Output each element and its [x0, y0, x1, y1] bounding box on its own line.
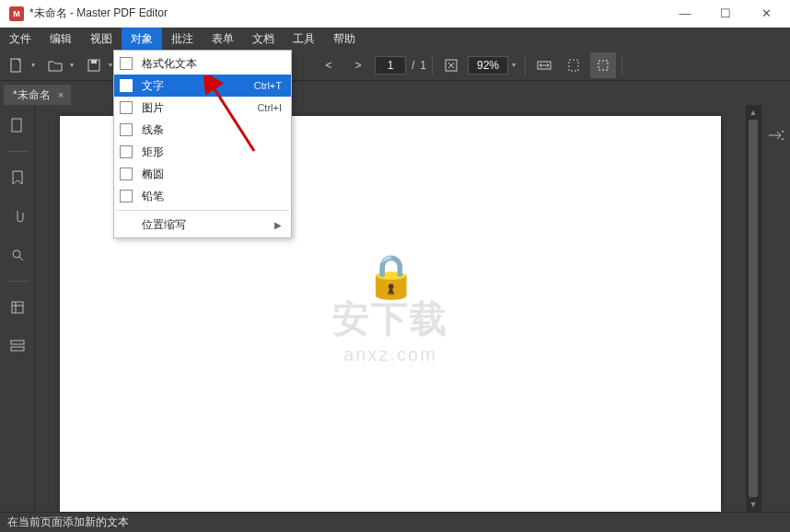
menu-item-label: 图片	[142, 100, 257, 116]
watermark-text-large: 安下载	[332, 294, 448, 344]
submenu-arrow-icon: ▶	[274, 220, 282, 230]
checkbox-icon	[120, 190, 133, 202]
properties-panel-button[interactable]	[764, 123, 788, 147]
menu-item-label: 线条	[142, 122, 282, 138]
window-maximize-button[interactable]: ☐	[705, 0, 746, 28]
watermark-text-small: anxz.com	[332, 344, 448, 365]
menu-file[interactable]: 文件	[0, 28, 41, 50]
checkbox-icon	[120, 123, 133, 136]
document-tab[interactable]: *未命名 ×	[4, 85, 71, 105]
svg-rect-10	[11, 341, 24, 344]
left-sidebar	[0, 105, 35, 512]
new-file-dropdown[interactable]: ▾	[31, 61, 39, 69]
menu-item-label: 矩形	[142, 145, 282, 160]
fit-page-button[interactable]	[561, 52, 587, 78]
right-sidebar	[761, 105, 790, 512]
checkbox-icon	[120, 79, 133, 92]
save-button[interactable]	[81, 52, 107, 78]
svg-point-8	[13, 250, 20, 258]
menu-item-text[interactable]: 文字 Ctrl+T	[114, 75, 291, 97]
menu-item-label: 铅笔	[142, 189, 282, 204]
zoom-fit-button[interactable]	[438, 52, 464, 78]
page-separator: /	[412, 59, 414, 72]
next-page-button[interactable]: >	[345, 52, 371, 78]
menu-item-label: 文字	[142, 78, 254, 94]
menu-item-rectangle[interactable]: 矩形	[114, 141, 291, 163]
menu-item-position-submenu[interactable]: 位置缩写 ▶	[114, 214, 291, 236]
menu-item-label: 格式化文本	[142, 56, 282, 72]
menu-document[interactable]: 文档	[243, 28, 284, 50]
thumbnails-panel-button[interactable]	[5, 112, 30, 138]
open-file-dropdown[interactable]: ▾	[70, 61, 77, 69]
menu-item-shortcut: Ctrl+I	[257, 102, 282, 113]
page-current-input[interactable]	[375, 56, 406, 75]
scroll-thumb[interactable]	[749, 120, 758, 497]
menu-item-shortcut: Ctrl+T	[254, 80, 282, 91]
status-text: 在当前页面添加新的文本	[7, 515, 129, 530]
menu-help[interactable]: 帮助	[324, 28, 365, 50]
open-file-button[interactable]	[42, 52, 68, 78]
scroll-down-arrow[interactable]: ▼	[746, 497, 761, 512]
actual-size-button[interactable]	[590, 52, 616, 78]
svg-rect-6	[598, 61, 608, 70]
menu-tools[interactable]: 工具	[284, 28, 324, 50]
svg-rect-9	[12, 302, 23, 313]
lock-icon: 🔒	[332, 251, 448, 301]
svg-rect-5	[569, 60, 578, 71]
statusbar: 在当前页面添加新的文本	[0, 512, 790, 532]
bookmarks-panel-button[interactable]	[5, 165, 30, 191]
menu-forms[interactable]: 表单	[203, 28, 243, 50]
new-file-button[interactable]	[4, 52, 29, 78]
svg-rect-2	[91, 60, 97, 64]
checkbox-icon	[120, 57, 133, 70]
page-indicator: / 1	[375, 56, 426, 75]
menu-item-formatted-text[interactable]: 格式化文本	[114, 52, 291, 75]
svg-point-12	[782, 131, 784, 133]
menu-item-ellipse[interactable]: 椭圆	[114, 163, 291, 185]
prev-page-button[interactable]: <	[316, 52, 342, 78]
app-icon: M	[9, 6, 24, 21]
fit-width-button[interactable]	[531, 52, 557, 78]
menu-annotate[interactable]: 批注	[162, 28, 203, 50]
menu-item-label: 位置缩写	[142, 217, 274, 233]
zoom-input[interactable]	[468, 56, 508, 75]
menu-object[interactable]: 对象	[122, 28, 162, 50]
checkbox-icon	[120, 168, 133, 180]
menu-edit[interactable]: 编辑	[41, 28, 81, 50]
menubar: 文件 编辑 视图 对象 批注 表单 文档 工具 帮助	[0, 28, 790, 50]
watermark: 🔒 安下载 anxz.com	[332, 251, 448, 365]
document-tab-close[interactable]: ×	[58, 89, 64, 100]
menu-item-line[interactable]: 线条	[114, 119, 291, 141]
window-minimize-button[interactable]: —	[665, 0, 705, 28]
search-panel-button[interactable]	[5, 242, 30, 268]
attachments-panel-button[interactable]	[5, 203, 30, 229]
layers-panel-button[interactable]	[5, 295, 30, 320]
menu-view[interactable]: 视图	[81, 28, 122, 50]
page-total: 1	[420, 59, 426, 72]
menu-item-image[interactable]: 图片 Ctrl+I	[114, 97, 291, 119]
window-title: *未命名 - Master PDF Editor	[29, 6, 665, 21]
menu-separator	[116, 210, 289, 211]
zoom-dropdown[interactable]: ▾	[512, 61, 519, 69]
fields-panel-button[interactable]	[5, 333, 30, 359]
svg-rect-11	[11, 347, 24, 351]
svg-point-13	[782, 138, 784, 140]
svg-rect-7	[12, 119, 21, 132]
vertical-scrollbar[interactable]: ▲ ▼	[746, 105, 761, 512]
checkbox-icon	[120, 101, 133, 114]
scroll-up-arrow[interactable]: ▲	[746, 105, 761, 120]
menu-item-pencil[interactable]: 铅笔	[114, 185, 291, 207]
object-menu-dropdown: 格式化文本 文字 Ctrl+T 图片 Ctrl+I 线条 矩形 椭圆 铅笔 位置…	[113, 50, 292, 238]
window-close-button[interactable]: ✕	[746, 0, 786, 28]
checkbox-icon	[120, 145, 133, 158]
menu-item-label: 椭圆	[142, 167, 282, 182]
document-tab-label: *未命名	[13, 87, 51, 103]
